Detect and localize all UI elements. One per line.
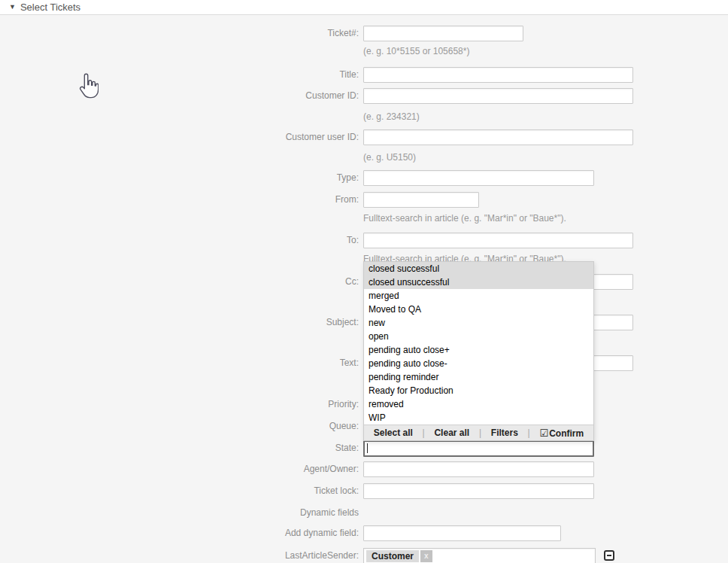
dropdown-option[interactable]: removed bbox=[364, 397, 593, 411]
label-customer-user-id: Customer user ID: bbox=[0, 129, 359, 145]
text-caret bbox=[367, 443, 368, 453]
label-dynamic-fields: Dynamic fields bbox=[0, 505, 359, 521]
separator: | bbox=[528, 428, 530, 438]
state-options-dropdown: closed successful closed unsuccessful me… bbox=[363, 261, 594, 441]
add-dynamic-field-input[interactable] bbox=[363, 525, 561, 541]
separator: | bbox=[479, 428, 481, 438]
label-type: Type: bbox=[0, 170, 359, 186]
remove-tag-button[interactable]: x bbox=[420, 550, 432, 562]
from-input[interactable] bbox=[363, 192, 479, 208]
label-ticket-lock: Ticket lock: bbox=[0, 483, 359, 499]
label-subject: Subject: bbox=[0, 315, 359, 330]
label-ticket-number: Ticket#: bbox=[0, 26, 359, 41]
dropdown-option[interactable]: new bbox=[364, 316, 593, 330]
dropdown-option[interactable]: pending reminder bbox=[364, 370, 593, 384]
dropdown-option[interactable]: pending auto close- bbox=[364, 357, 593, 370]
dropdown-option[interactable]: WIP bbox=[364, 411, 593, 425]
customer-id-input[interactable] bbox=[363, 88, 633, 104]
dropdown-option[interactable]: Moved to QA bbox=[364, 303, 593, 316]
selected-value-tag: Customer bbox=[366, 550, 419, 562]
last-article-sender-input[interactable]: Customer x bbox=[363, 548, 596, 563]
label-priority: Priority: bbox=[0, 397, 359, 412]
select-all-button[interactable]: Select all bbox=[374, 428, 413, 438]
title-input[interactable] bbox=[363, 67, 633, 83]
to-input[interactable] bbox=[363, 233, 633, 248]
remove-field-icon[interactable] bbox=[604, 550, 614, 561]
confirm-checkbox-icon[interactable]: ☑ bbox=[539, 428, 548, 439]
label-from: From: bbox=[0, 192, 359, 208]
hint-customer-user-id: (e. g. U5150) bbox=[363, 152, 416, 163]
search-template-panel: ▼ Select Tickets Ticket#: (e. g. 10*5155… bbox=[0, 0, 728, 563]
ticket-number-input[interactable] bbox=[363, 26, 523, 41]
hint-ticket-number: (e. g. 10*5155 or 105658*) bbox=[363, 46, 469, 57]
label-text: Text: bbox=[0, 355, 359, 371]
label-queue: Queue: bbox=[0, 418, 359, 434]
hint-customer-id: (e. g. 234321) bbox=[363, 111, 420, 123]
label-add-dynamic-field: Add dynamic field: bbox=[0, 525, 359, 541]
panel-header-select-tickets[interactable]: ▼ Select Tickets bbox=[0, 0, 728, 15]
agent-owner-input[interactable] bbox=[363, 461, 594, 477]
filters-button[interactable]: Filters bbox=[491, 428, 518, 438]
label-cc: Cc: bbox=[0, 274, 359, 290]
ticket-lock-input[interactable] bbox=[363, 483, 594, 499]
dropdown-option[interactable]: closed successful bbox=[364, 262, 593, 275]
label-to: To: bbox=[0, 233, 359, 248]
collapse-triangle-icon: ▼ bbox=[9, 4, 16, 11]
label-last-article-sender: LastArticleSender: bbox=[0, 548, 359, 563]
dropdown-option[interactable]: merged bbox=[364, 289, 593, 303]
dropdown-option[interactable]: open bbox=[364, 330, 593, 343]
dropdown-action-bar: Select all | Clear all | Filters | ☑Conf… bbox=[364, 425, 593, 440]
separator: | bbox=[423, 428, 425, 438]
hint-from: Fulltext-search in article (e. g. "Mar*i… bbox=[363, 213, 566, 224]
clear-all-button[interactable]: Clear all bbox=[434, 428, 469, 438]
label-title: Title: bbox=[0, 67, 359, 83]
state-input[interactable] bbox=[363, 440, 594, 457]
label-state: State: bbox=[0, 440, 359, 456]
dropdown-option[interactable]: pending auto close+ bbox=[364, 343, 593, 357]
dropdown-option[interactable]: closed unsuccessful bbox=[364, 275, 593, 289]
label-customer-id: Customer ID: bbox=[0, 88, 359, 104]
dropdown-option[interactable]: Ready for Production bbox=[364, 384, 593, 397]
type-input[interactable] bbox=[363, 170, 594, 186]
label-agent-owner: Agent/Owner: bbox=[0, 461, 359, 477]
customer-user-id-input[interactable] bbox=[363, 129, 633, 145]
confirm-label: Confirm bbox=[549, 428, 584, 439]
confirm-button[interactable]: ☑Confirm bbox=[539, 428, 584, 439]
panel-title: Select Tickets bbox=[20, 2, 80, 13]
